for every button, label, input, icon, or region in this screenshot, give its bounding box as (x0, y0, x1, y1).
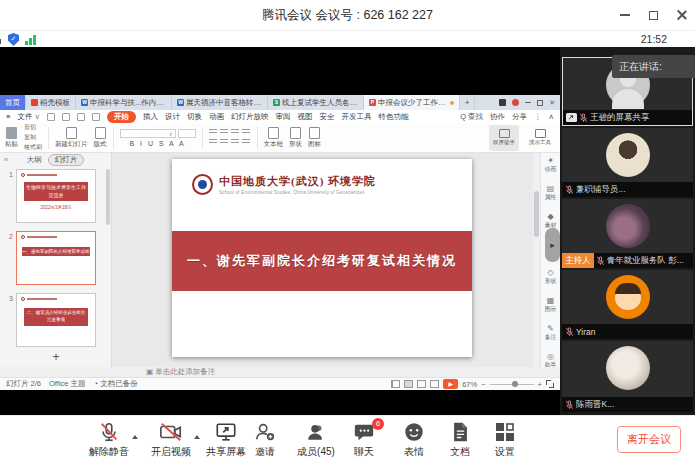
docs-button[interactable]: 文档 (438, 420, 482, 459)
wps-menubar: ≡ 文件 ∨ 开始 插入 设计 切换 动画 幻灯片放映 审阅 视图 安全 开发工… (0, 110, 560, 123)
redo-icon[interactable] (92, 113, 100, 121)
copy-button[interactable]: 复制 (24, 133, 42, 142)
thumbnail-scrollbar[interactable] (106, 169, 110, 289)
participant-tile-4[interactable]: Yiran (562, 270, 693, 339)
security-shield-icon[interactable]: ✓ (8, 33, 19, 46)
fit-screen-icon[interactable] (546, 380, 554, 388)
ribbon-tab-design[interactable]: 设计 (165, 112, 180, 122)
pane-item-properties[interactable]: ▤属性 (541, 184, 560, 209)
panel-collapse-handle[interactable]: ▸ (545, 228, 560, 262)
view-sorter-icon[interactable] (417, 380, 426, 388)
pane-item-animation[interactable]: ✦动画 (541, 156, 560, 181)
ribbon-tab-animation[interactable]: 动画 (209, 112, 224, 122)
wps-tab-doc2[interactable]: W展天福济中音客格转.docx (172, 95, 268, 110)
share-button[interactable]: 分享 (512, 112, 527, 122)
undo-icon[interactable] (77, 113, 85, 121)
file-menu[interactable]: 文件 (17, 112, 32, 122)
wps-tab-home[interactable]: 首页 (0, 95, 26, 110)
view-current-icon[interactable] (404, 380, 413, 388)
ribbon-tab-slideshow[interactable]: 幻灯片放映 (231, 112, 269, 122)
unmute-button[interactable]: 解除静音 (80, 420, 138, 459)
wps-tab-doc1[interactable]: W申报科学与技...作内容充方案 (76, 95, 172, 110)
hamburger-icon[interactable]: ≡ (6, 112, 10, 121)
layout-button[interactable]: 版式 (94, 127, 107, 149)
layout-icon (95, 127, 106, 139)
wps-tab-docer[interactable]: 稻壳模板 (26, 95, 76, 110)
cut-button[interactable]: 剪切 (24, 123, 42, 132)
print-icon[interactable] (62, 113, 70, 121)
more-icon[interactable]: ⋮ (534, 112, 542, 121)
add-slide-button[interactable]: + (0, 350, 112, 364)
wps-tab-presentation-active[interactable]: P申报会议少了工作内容充实稿 (364, 95, 460, 110)
ribbon-tab-review[interactable]: 审阅 (275, 112, 290, 122)
shapes-button[interactable]: 形状 (289, 127, 302, 149)
font-size-select[interactable] (178, 129, 196, 138)
close-button[interactable] (667, 0, 695, 30)
start-video-button[interactable]: 开启视频 (142, 420, 200, 459)
participant-tile-5[interactable]: 陈雨晋K... (562, 341, 693, 412)
ribbon-tab-home[interactable]: 开始 (107, 111, 136, 123)
view-reading-icon[interactable] (430, 380, 439, 388)
backup-status[interactable]: 文档已备份 (100, 379, 138, 388)
ribbon-tab-insert[interactable]: 插入 (143, 112, 158, 122)
wps-new-tab-button[interactable]: + (460, 95, 475, 110)
wps-account-icon[interactable] (512, 99, 519, 106)
dual-screen-button[interactable]: 双屏助手 (489, 125, 519, 151)
zoom-in-icon[interactable]: + (538, 380, 542, 389)
slide-thumb-3[interactable]: 3 二、辅导员介绍毕业就业相关注意事项 (0, 293, 112, 347)
notes-bar[interactable]: ▣ 单击此处添加备注 (0, 367, 560, 377)
participant-tile-3[interactable]: 主持人 青年就业服务队 彭... (562, 199, 693, 268)
wps-restore-icon[interactable] (537, 100, 543, 106)
font-family-select[interactable]: ∨ (120, 129, 176, 138)
members-button[interactable]: 成员(45) (290, 420, 342, 459)
icons-lib-button[interactable]: 图标 (308, 127, 321, 149)
zoom-out-icon[interactable]: − (481, 380, 485, 389)
ribbon-tab-view[interactable]: 视图 (297, 112, 312, 122)
current-slide[interactable]: 中国地质大学(武汉) 环境学院 School of Environmental … (172, 159, 472, 357)
emoji-button[interactable]: 表情 (392, 420, 436, 459)
slides-tab[interactable]: 幻灯片 (48, 154, 85, 166)
slide-thumb-1[interactable]: 1 生物科学与技术类学生工作 交流会 2022年3月18日 (0, 169, 112, 223)
textbox-button[interactable]: 文本框 (264, 127, 284, 149)
chat-button[interactable]: 6 聊天 (344, 420, 384, 459)
ribbon-tab-devtools[interactable]: 开发工具 (341, 112, 371, 122)
wps-tab-sheet[interactable]: S线上复试学生人员名单.xlsx (268, 95, 364, 110)
paragraph-group[interactable] (209, 129, 251, 147)
mic-options-caret[interactable] (132, 435, 138, 439)
slide-thumb-2-selected[interactable]: 2 一、谢先军副院长介绍考研复试相关情况 (0, 231, 112, 285)
minimize-button[interactable] (611, 0, 639, 30)
pane-item-notes[interactable]: ✎备注 (541, 324, 560, 349)
leave-meeting-button[interactable]: 离开会议 (617, 426, 681, 453)
format-painter-button[interactable]: 格式刷 (24, 143, 42, 152)
slideshow-play-button[interactable]: ▶ (443, 379, 458, 389)
search-icon[interactable]: Q (460, 112, 466, 121)
wps-close-icon[interactable]: ✕ (549, 99, 555, 106)
tab-layout-icon[interactable] (499, 99, 506, 106)
view-normal-icon[interactable] (391, 380, 400, 388)
search-label[interactable]: 查找 (468, 112, 483, 122)
collab-button[interactable]: 协作 (490, 112, 505, 122)
maximize-button[interactable] (639, 0, 667, 30)
paste-button[interactable]: 粘贴 (5, 127, 18, 149)
invite-button[interactable]: 邀请 (243, 420, 287, 459)
present-tools-button[interactable]: 演示工具 (525, 125, 555, 151)
collapse-ribbon-icon[interactable]: ∧ (549, 112, 555, 121)
theme-name[interactable]: Office 主题 (49, 379, 86, 389)
participant-tile-2[interactable]: 兼职辅导员... (562, 128, 693, 197)
editor-scrollbar[interactable] (533, 153, 540, 367)
fullscreen-icon[interactable] (0, 35, 1, 44)
ribbon-tab-transition[interactable]: 切换 (187, 112, 202, 122)
new-slide-button[interactable]: 新建幻灯片 (55, 127, 88, 149)
settings-button[interactable]: 设置 (483, 420, 527, 459)
outline-tab[interactable]: 大纲 (27, 155, 42, 165)
zoom-slider[interactable] (490, 384, 534, 385)
collapse-panel-icon[interactable]: « (4, 153, 8, 167)
font-style-buttons[interactable]: B I U S A A (129, 140, 185, 147)
pane-item-diagram[interactable]: ▦图示 (541, 296, 560, 321)
ribbon-tab-features[interactable]: 特色功能 (378, 112, 408, 122)
pane-item-shapes[interactable]: ◇形状 (541, 268, 560, 293)
wps-minimize-icon[interactable] (525, 102, 531, 103)
save-icon[interactable] (47, 113, 55, 121)
ribbon-tab-security[interactable]: 安全 (319, 112, 334, 122)
zoom-level[interactable]: 67% (462, 380, 477, 389)
